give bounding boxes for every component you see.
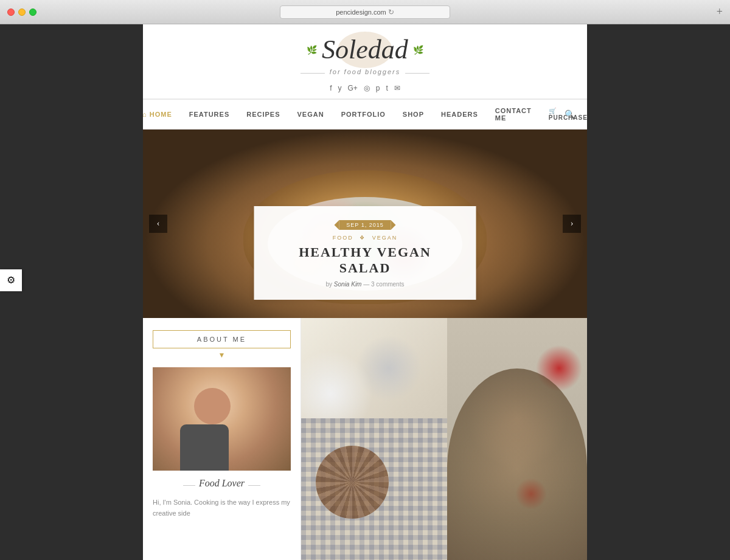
social-pinterest[interactable]: p [376, 84, 380, 92]
social-twitter[interactable]: y [338, 84, 341, 92]
nav-item-contact[interactable]: CONTACT ME [487, 105, 540, 124]
food-photo-grid [301, 318, 587, 560]
slider-image: SEP 1, 2015 FOOD ❖ VEGAN HEALTHY VEGAN S… [143, 130, 587, 318]
site-navigation: ⌂HOME FEATURES RECIPES VEGAN PORTFOLIO S… [143, 99, 587, 130]
leaf-right-icon: 🌿 [413, 45, 423, 55]
site-header: 🌿 Soledad 🌿 for food bloggers f y G+ ◎ p… [143, 24, 587, 99]
social-facebook[interactable]: f [330, 84, 332, 92]
nav-item-vegan[interactable]: VEGAN [289, 108, 333, 120]
social-icons: f y G+ ◎ p t ✉ [143, 84, 587, 92]
nav-item-portfolio[interactable]: PORTFOLIO [333, 108, 394, 120]
slider-prev-button[interactable]: ‹ [149, 215, 167, 233]
about-name-container: Food Lover [153, 478, 291, 493]
main-content: 🌿 Soledad 🌿 for food bloggers f y G+ ◎ p… [143, 24, 587, 560]
search-icon[interactable]: 🔍 [565, 109, 575, 120]
browser-address-bar: pencidesign.com ↻ [280, 5, 450, 19]
url-text: pencidesign.com [336, 9, 386, 16]
new-tab-button[interactable]: + [717, 5, 723, 18]
social-instagram[interactable]: ◎ [364, 84, 370, 92]
category-food[interactable]: FOOD [333, 235, 353, 241]
about-heading-arrow: ▼ [153, 351, 291, 360]
logo-decoration: 🌿 Soledad 🌿 [143, 36, 587, 63]
post-card-overlay: SEP 1, 2015 FOOD ❖ VEGAN HEALTHY VEGAN S… [254, 206, 476, 300]
hero-slider: SEP 1, 2015 FOOD ❖ VEGAN HEALTHY VEGAN S… [143, 130, 587, 318]
category-separator: ❖ [360, 235, 366, 241]
about-photo [153, 367, 291, 471]
site-logo[interactable]: Soledad [322, 36, 408, 63]
plant-background-right [587, 24, 730, 560]
nav-item-headers[interactable]: HEADERS [433, 108, 487, 120]
slider-next-button[interactable]: › [563, 215, 581, 233]
logo-container: Soledad [322, 36, 408, 63]
nav-item-shop[interactable]: SHOP [394, 108, 433, 120]
post-meta-separator: — [363, 281, 371, 288]
about-sidebar: ABOUT ME ▼ Food Lover Hi, I'm Sonia. Coo… [143, 318, 301, 560]
about-bio: Hi, I'm Sonia. Cooking is the way I expr… [153, 497, 291, 519]
browser-window: ⚙ 🌿 Soledad 🌿 for food bloggers f y G+ ◎… [0, 24, 730, 560]
social-googleplus[interactable]: G+ [347, 84, 357, 92]
close-button[interactable] [7, 9, 15, 16]
post-comments[interactable]: 3 comments [371, 281, 404, 288]
site-tagline: for food bloggers [330, 68, 401, 75]
post-meta: by Sonia Kim — 3 comments [279, 281, 452, 288]
about-name: Food Lover [199, 478, 245, 489]
post-title[interactable]: HEALTHY VEGAN SALAD [279, 244, 452, 276]
post-date-badge: SEP 1, 2015 [339, 220, 391, 230]
minimize-button[interactable] [18, 9, 26, 16]
post-categories: FOOD ❖ VEGAN [279, 235, 452, 241]
maximize-button[interactable] [29, 9, 36, 16]
browser-dots [7, 9, 36, 16]
food-photo-small [447, 318, 587, 560]
nav-item-recipes[interactable]: RECIPES [238, 108, 288, 120]
browser-chrome: pencidesign.com ↻ + [0, 0, 730, 24]
post-by-label: by [326, 281, 334, 288]
social-tumblr[interactable]: t [386, 84, 388, 92]
bottom-section: ABOUT ME ▼ Food Lover Hi, I'm Sonia. Coo… [143, 318, 587, 560]
food-photo-large [301, 318, 447, 560]
home-icon: ⌂ [143, 111, 147, 118]
left-decoration [0, 24, 143, 560]
nav-items: ⌂HOME FEATURES RECIPES VEGAN PORTFOLIO S… [143, 105, 587, 124]
about-me-heading: ABOUT ME [153, 330, 291, 348]
nav-item-purchase[interactable]: 🛒 PURCHASE [540, 105, 587, 123]
post-author[interactable]: Sonia Kim [334, 281, 362, 288]
refresh-icon[interactable]: ↻ [388, 8, 394, 16]
right-decoration [587, 24, 730, 560]
social-rss[interactable]: ✉ [394, 84, 400, 92]
settings-icon[interactable]: ⚙ [0, 269, 22, 291]
nav-item-features[interactable]: FEATURES [181, 108, 238, 120]
leaf-left-icon: 🌿 [307, 45, 317, 55]
plant-background-left [0, 24, 143, 560]
category-vegan[interactable]: VEGAN [372, 235, 398, 241]
nav-item-home[interactable]: ⌂HOME [143, 108, 181, 120]
url-bar[interactable]: pencidesign.com ↻ [280, 5, 450, 19]
